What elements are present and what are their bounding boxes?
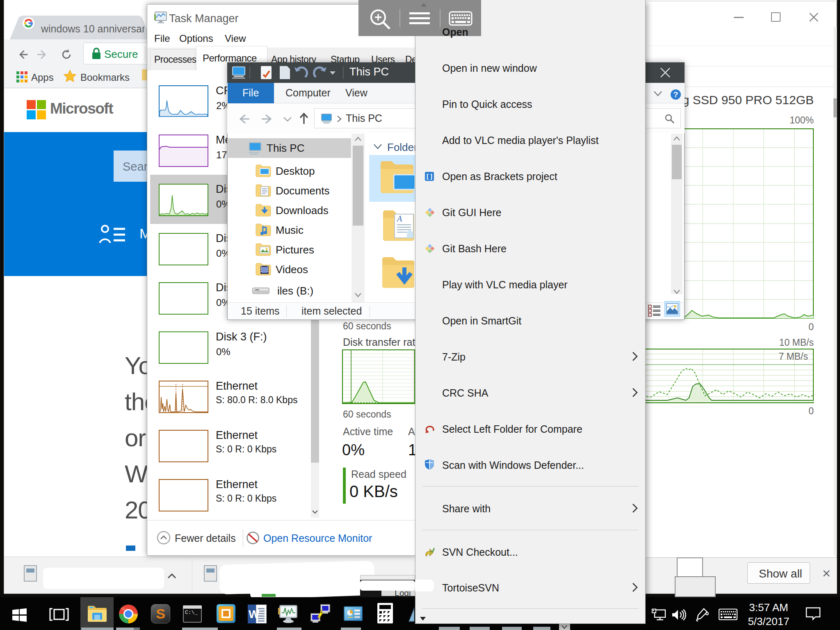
svg-text:A: A bbox=[396, 214, 402, 223]
